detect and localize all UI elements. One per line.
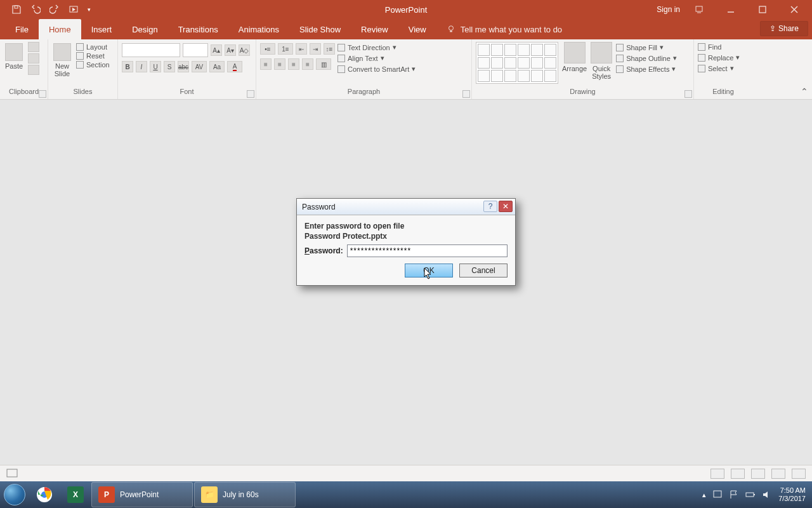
excel-icon: X: [67, 486, 84, 503]
battery-icon[interactable]: [745, 490, 756, 500]
dialog-filename: Password Protect.pptx: [304, 232, 508, 241]
taskbar-folder-label: July in 60s: [223, 490, 259, 499]
powerpoint-icon: P: [98, 486, 115, 503]
status-bar: [0, 465, 812, 481]
password-input[interactable]: [347, 244, 508, 257]
svg-rect-9: [746, 493, 754, 497]
clock-time: 7:50 AM: [778, 486, 806, 495]
taskbar-clock[interactable]: 7:50 AM 7/3/2017: [778, 486, 806, 503]
taskbar-chrome[interactable]: [29, 482, 60, 507]
start-button[interactable]: [1, 481, 28, 508]
tray-expand-icon[interactable]: ▴: [702, 491, 706, 499]
dialog-titlebar[interactable]: Password ? ✕: [297, 199, 515, 215]
dialog-title: Password: [302, 203, 336, 211]
clock-date: 7/3/2017: [778, 495, 806, 503]
taskbar-folder[interactable]: 📁 July in 60s: [194, 482, 296, 507]
dialog-prompt: Enter password to open file: [304, 222, 508, 231]
slideshow-view-icon[interactable]: [771, 469, 785, 479]
fit-to-window-icon[interactable]: [792, 469, 806, 479]
svg-rect-10: [754, 494, 755, 495]
taskbar-powerpoint[interactable]: P PowerPoint: [91, 482, 193, 507]
action-center-icon[interactable]: [712, 490, 723, 500]
flag-icon[interactable]: [729, 490, 739, 500]
cancel-button[interactable]: Cancel: [459, 264, 508, 277]
slide-sorter-view-icon[interactable]: [731, 469, 745, 479]
taskbar-powerpoint-label: PowerPoint: [120, 490, 159, 499]
normal-view-icon[interactable]: [710, 469, 724, 479]
folder-icon: 📁: [201, 486, 218, 503]
dialog-close-icon[interactable]: ✕: [499, 201, 513, 212]
chrome-icon: [36, 486, 53, 504]
password-dialog: Password ? ✕ Enter password to open file…: [296, 198, 516, 286]
taskbar-excel[interactable]: X: [61, 482, 90, 507]
svg-rect-5: [7, 469, 17, 477]
windows-logo-icon: [4, 484, 25, 505]
spellcheck-icon[interactable]: [6, 469, 18, 479]
reading-view-icon[interactable]: [751, 469, 765, 479]
mouse-cursor-icon: [424, 267, 433, 280]
taskbar: X P PowerPoint 📁 July in 60s ▴ 7:50 AM 7…: [0, 481, 812, 508]
dialog-help-icon[interactable]: ?: [483, 201, 497, 212]
password-label: Password:: [304, 246, 343, 255]
system-tray: ▴ 7:50 AM 7/3/2017: [702, 486, 812, 503]
modal-overlay: Password ? ✕ Enter password to open file…: [0, 0, 812, 508]
volume-icon[interactable]: [762, 490, 772, 500]
svg-rect-8: [714, 491, 721, 497]
